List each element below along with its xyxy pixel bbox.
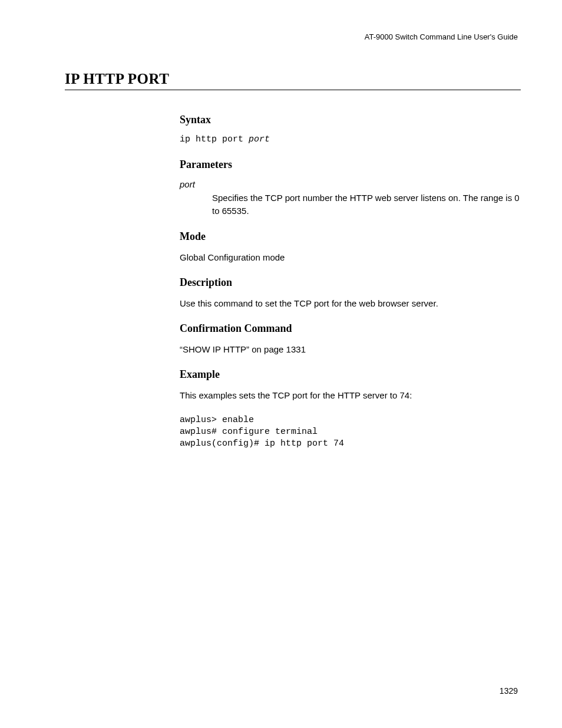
mode-heading: Mode [180, 230, 521, 243]
description-heading: Description [180, 276, 521, 289]
param-description: Specifies the TCP port number the HTTP w… [212, 192, 521, 218]
syntax-heading: Syntax [180, 114, 521, 126]
example-code-block: awplus> enable awplus# configure termina… [180, 414, 521, 450]
confirmation-text: “SHOW IP HTTP” on page 1331 [180, 343, 521, 355]
syntax-param-text: port [249, 134, 270, 144]
description-text: Use this command to set the TCP port for… [180, 297, 521, 309]
confirmation-heading: Confirmation Command [180, 322, 521, 335]
document-header: AT-9000 Switch Command Line User's Guide [65, 32, 521, 41]
syntax-base-text: ip http port [180, 134, 249, 144]
page-title: IP HTTP PORT [65, 71, 521, 90]
param-name: port [180, 179, 521, 189]
syntax-command: ip http port port [180, 134, 521, 144]
page-number: 1329 [500, 686, 518, 696]
mode-text: Global Configuration mode [180, 251, 521, 263]
parameters-heading: Parameters [180, 159, 521, 171]
example-intro: This examples sets the TCP port for the … [180, 389, 521, 401]
content-body: Syntax ip http port port Parameters port… [180, 114, 521, 450]
example-heading: Example [180, 368, 521, 381]
